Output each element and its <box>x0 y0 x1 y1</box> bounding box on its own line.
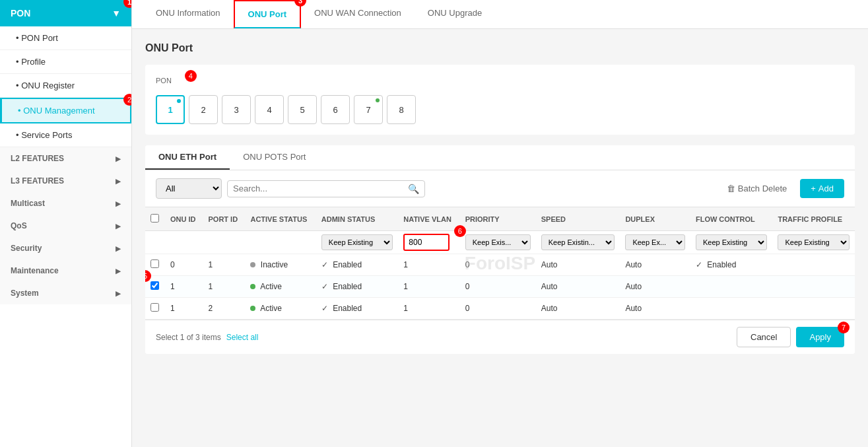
sidebar-section-maintenance[interactable]: Maintenance ▶ <box>0 259 131 282</box>
cell-port-id: 1 <box>203 276 246 298</box>
cell-admin-status: ✓ Enabled <box>316 276 399 298</box>
cell-active-status: Active <box>245 276 316 298</box>
pon-port-4[interactable]: 4 <box>255 95 284 124</box>
row-checkbox-0[interactable] <box>150 259 159 268</box>
sidebar-section-qos[interactable]: QoS ▶ <box>0 215 131 237</box>
cancel-button[interactable]: Cancel <box>737 327 791 347</box>
pon-port-5[interactable]: 5 <box>288 95 317 124</box>
cell-duplex: Auto <box>620 298 690 320</box>
top-tabs: ONU Information ONU Port 3 ONU WAN Conne… <box>132 0 868 29</box>
flow-control-filter[interactable]: Keep Existing <box>696 234 768 250</box>
select-all-checkbox[interactable] <box>150 214 159 223</box>
col-admin-status: ADMIN STATUS <box>316 207 399 231</box>
apply-badge-7: 7 <box>838 322 850 333</box>
cell-duplex: Auto <box>620 276 690 298</box>
table-section: ONU ETH Port ONU POTS Port All 🔍 🗑 Batch… <box>145 145 855 354</box>
check-icon: ✓ <box>696 260 702 269</box>
cell-admin-status: ✓ Enabled <box>316 254 399 276</box>
table-row: 0 1 Inactive ✓ Enabled 1 0 <box>145 254 855 276</box>
tab-onu-information[interactable]: ONU Information <box>143 0 234 28</box>
sidebar-item-onu-management[interactable]: • ONU Management 2 <box>0 98 131 123</box>
pon-port-3[interactable]: 3 <box>222 95 251 124</box>
row-checkbox-1[interactable] <box>150 281 159 290</box>
sidebar-badge-2: 2 <box>123 94 132 106</box>
cell-native-vlan: 1 <box>398 254 459 276</box>
pon-ports: 1 2 3 4 5 6 7 8 <box>156 95 844 124</box>
check-icon: ✓ <box>321 304 328 313</box>
footer-actions: Cancel Apply 7 <box>737 327 844 347</box>
sidebar-item-profile[interactable]: • Profile <box>0 50 131 74</box>
col-native-vlan: NATIVE VLAN <box>398 207 459 231</box>
cell-port-id: 1 <box>203 254 246 276</box>
chevron-right-icon: ▶ <box>116 223 121 230</box>
data-table: ONU ID PORT ID ACTIVE STATUS ADMIN STATU… <box>145 207 855 320</box>
col-duplex: DUPLEX <box>620 207 690 231</box>
cell-duplex: Auto <box>620 254 690 276</box>
sidebar-section-l3[interactable]: L3 FEATURES ▶ <box>0 170 131 192</box>
pon-port-7[interactable]: 7 <box>354 95 383 124</box>
cell-flow-control <box>690 276 773 298</box>
chevron-right-icon: ▶ <box>116 178 121 185</box>
sidebar: PON ▼ 1 • PON Port • Profile • ONU Regis… <box>0 0 132 447</box>
check-icon: ✓ <box>321 282 328 291</box>
cell-onu-id: 1 <box>165 276 203 298</box>
cell-priority: 0 <box>460 254 536 276</box>
dot-icon: • <box>16 81 21 90</box>
native-vlan-input[interactable] <box>403 234 450 251</box>
cell-priority: 0 <box>460 298 536 320</box>
cell-speed: Auto <box>536 254 620 276</box>
cell-traffic-profile <box>772 276 855 298</box>
cell-native-vlan: 1 <box>398 276 459 298</box>
tab-onu-port[interactable]: ONU Port 3 <box>234 0 302 28</box>
sidebar-section-system[interactable]: System ▶ <box>0 282 131 304</box>
speed-filter[interactable]: Keep Existin... <box>541 234 615 250</box>
sub-tab-eth-port[interactable]: ONU ETH Port <box>145 145 230 170</box>
sidebar-section-security[interactable]: Security ▶ <box>0 237 131 259</box>
sub-tab-pots-port[interactable]: ONU POTS Port <box>230 145 319 170</box>
active-dot-icon <box>250 284 255 289</box>
col-checkbox <box>145 207 165 231</box>
tab-onu-wan-connection[interactable]: ONU WAN Connection <box>301 0 415 28</box>
active-dot-icon <box>250 306 255 311</box>
cell-port-id: 2 <box>203 298 246 320</box>
add-button[interactable]: + Add <box>800 179 844 198</box>
search-input[interactable] <box>233 184 408 193</box>
table-row: 5 1 1 Active ✓ Enabled <box>145 276 855 298</box>
tab-onu-upgrade[interactable]: ONU Upgrade <box>415 0 495 28</box>
apply-button[interactable]: Apply 7 <box>796 327 844 347</box>
pon-port-2[interactable]: 2 <box>189 95 218 124</box>
cell-flow-control <box>690 298 773 320</box>
cell-speed: Auto <box>536 298 620 320</box>
table-wrapper: ForoISP ONU ID PORT ID ACTIVE STATUS ADM… <box>145 207 855 320</box>
pon-port-8[interactable]: 8 <box>387 95 416 124</box>
sidebar-section-multicast[interactable]: Multicast ▶ <box>0 192 131 215</box>
sidebar-section-l2[interactable]: L2 FEATURES ▶ <box>0 147 131 170</box>
priority-filter[interactable]: Keep Exis... <box>465 234 531 250</box>
sidebar-item-service-ports[interactable]: • Service Ports <box>0 123 131 147</box>
row-checkbox-2[interactable] <box>150 303 159 312</box>
main-content: ONU Information ONU Port 3 ONU WAN Conne… <box>132 0 868 447</box>
col-speed: SPEED <box>536 207 620 231</box>
select-all-link[interactable]: Select all <box>226 333 259 342</box>
chevron-right-icon: ▶ <box>116 290 121 297</box>
chevron-right-icon: ▶ <box>116 245 121 252</box>
dot-icon <box>177 99 181 103</box>
pon-port-1[interactable]: 1 <box>156 95 185 124</box>
pon-port-6[interactable]: 6 <box>321 95 350 124</box>
inactive-dot-icon <box>250 262 255 267</box>
cell-speed: Auto <box>536 276 620 298</box>
cell-active-status: Active <box>245 298 316 320</box>
sidebar-item-pon-port[interactable]: • PON Port <box>0 26 131 50</box>
duplex-filter[interactable]: Keep Ex... <box>625 234 685 250</box>
filter-select[interactable]: All <box>156 178 222 199</box>
content-area: ONU Port PON 4 1 2 3 4 5 6 7 <box>132 29 868 447</box>
trash-icon: 🗑 <box>727 184 735 193</box>
admin-status-filter[interactable]: Keep Existing <box>321 234 393 250</box>
dot-green-icon <box>376 98 380 102</box>
sidebar-item-onu-register[interactable]: • ONU Register <box>0 74 131 98</box>
pon-badge-4: 4 <box>185 70 197 82</box>
table-footer: Select 1 of 3 items Select all Cancel Ap… <box>145 320 855 354</box>
batch-delete-button[interactable]: 🗑 Batch Delete <box>719 180 795 197</box>
traffic-profile-filter[interactable]: Keep Existing <box>778 234 850 250</box>
sidebar-pon-header[interactable]: PON ▼ 1 <box>0 0 131 26</box>
